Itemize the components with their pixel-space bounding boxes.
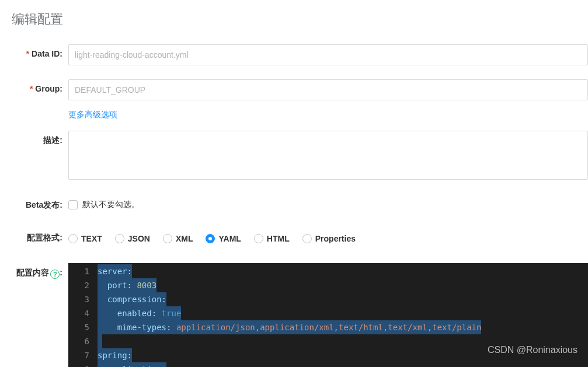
radio-circle-icon	[115, 234, 124, 243]
editor-gutter: 123456789	[68, 263, 98, 367]
radio-label: YAML	[218, 234, 241, 243]
data-id-label: Data ID:	[0, 44, 68, 63]
radio-circle-icon	[68, 234, 78, 243]
format-radio-html[interactable]: HTML	[254, 234, 290, 243]
radio-label: JSON	[128, 234, 150, 243]
format-radio-properties[interactable]: Properties	[302, 234, 356, 243]
radio-label: XML	[176, 234, 193, 243]
group-input[interactable]	[68, 79, 588, 100]
radio-circle-icon	[254, 234, 263, 243]
radio-label: HTML	[267, 234, 290, 243]
help-icon[interactable]: ?	[50, 270, 60, 279]
beta-checkbox[interactable]	[68, 200, 78, 209]
advanced-options-link[interactable]: 更多高级选项	[68, 110, 117, 119]
content-label: 配置内容?:	[0, 263, 68, 282]
description-textarea[interactable]	[68, 131, 588, 180]
description-label: 描述:	[0, 131, 68, 149]
format-radio-text[interactable]: TEXT	[68, 234, 102, 243]
radio-label: TEXT	[81, 234, 102, 243]
format-radio-yaml[interactable]: YAML	[206, 234, 241, 243]
editor-code[interactable]: server: port: 8003 compression: enabled:…	[98, 263, 588, 367]
radio-label: Properties	[315, 234, 356, 243]
data-id-input[interactable]	[68, 44, 588, 65]
beta-label: Beta发布:	[0, 195, 68, 214]
format-radio-xml[interactable]: XML	[163, 234, 193, 243]
code-editor[interactable]: 123456789 server: port: 8003 compression…	[68, 263, 588, 367]
format-radio-json[interactable]: JSON	[115, 234, 150, 243]
group-label: Group:	[0, 79, 68, 98]
format-label: 配置格式:	[0, 228, 68, 247]
beta-hint: 默认不要勾选。	[82, 200, 140, 210]
radio-circle-icon	[302, 234, 312, 243]
page-title: 编辑配置	[0, 0, 588, 28]
radio-circle-icon	[163, 234, 172, 243]
format-radio-group: TEXTJSONXMLYAMLHTMLProperties	[68, 228, 588, 249]
radio-circle-icon	[206, 234, 215, 243]
